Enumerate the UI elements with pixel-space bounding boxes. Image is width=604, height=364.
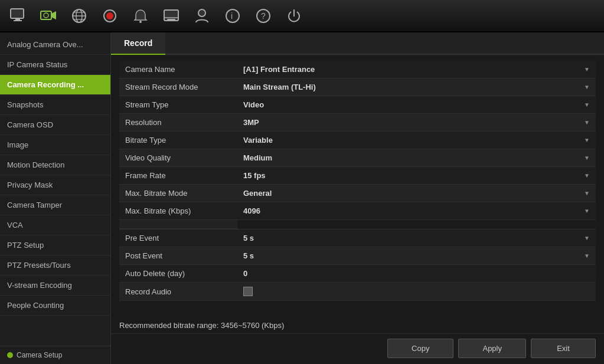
field-value-cell[interactable]: [A1] Front Entrance ▼: [237, 61, 596, 78]
separator-row: [119, 220, 596, 229]
display-icon[interactable]: [159, 4, 183, 28]
table-row: Max. Bitrate (Kbps) 4096 ▼: [119, 202, 596, 220]
settings-area: Camera Name [A1] Front Entrance ▼ Stream…: [111, 55, 604, 315]
field-label: Stream Record Mode: [119, 78, 237, 96]
table-row: Record Audio: [119, 283, 596, 301]
max-bitrate-value: 4096: [243, 206, 260, 215]
main-layout: Analog Camera Ove... IP Camera Status Ca…: [0, 32, 604, 364]
field-label: Max. Bitrate (Kbps): [119, 202, 237, 220]
field-label: Max. Bitrate Mode: [119, 185, 237, 202]
network-icon[interactable]: [67, 4, 91, 28]
field-value-cell[interactable]: 15 fps ▼: [237, 167, 596, 184]
frame-rate-value: 15 fps: [243, 171, 266, 180]
sidebar-footer-label: Camera Setup: [17, 351, 62, 359]
svg-rect-2: [14, 20, 22, 21]
resolution-value: 3MP: [243, 118, 259, 127]
chevron-down-icon: ▼: [584, 137, 590, 143]
sidebar-item-motion-detection[interactable]: Motion Detection: [0, 155, 110, 175]
table-row: Frame Rate 15 fps ▼: [119, 167, 596, 185]
table-row: Video Quality Medium ▼: [119, 149, 596, 167]
exit-button[interactable]: Exit: [531, 339, 596, 358]
field-value-cell[interactable]: 3MP ▼: [237, 114, 596, 131]
bitrate-info: Recommended bitrate range: 3456~5760 (Kb…: [111, 315, 604, 333]
sidebar-item-ip-camera[interactable]: IP Camera Status: [0, 55, 110, 75]
power-icon[interactable]: [282, 4, 306, 28]
apply-button[interactable]: Apply: [458, 339, 526, 358]
field-label: Bitrate Type: [119, 132, 237, 149]
svg-text:?: ?: [261, 11, 266, 21]
field-value-cell[interactable]: Video ▼: [237, 96, 596, 113]
user-icon[interactable]: [190, 4, 214, 28]
sidebar-item-vca[interactable]: VCA: [0, 215, 110, 235]
field-label: Pre Event: [119, 229, 237, 247]
video-quality-value: Medium: [243, 153, 272, 162]
sidebar-item-camera-osd[interactable]: Camera OSD: [0, 115, 110, 135]
table-row: Pre Event 5 s ▼: [119, 229, 596, 247]
record-icon[interactable]: [98, 4, 122, 28]
copy-button[interactable]: Copy: [387, 339, 453, 358]
bottom-bar: Copy Apply Exit: [111, 333, 604, 364]
sidebar-item-analog-camera[interactable]: Analog Camera Ove...: [0, 35, 110, 55]
field-label: Resolution: [119, 114, 237, 132]
table-row: Bitrate Type Variable ▼: [119, 132, 596, 149]
field-label: Stream Type: [119, 96, 237, 114]
field-value-cell[interactable]: General ▼: [237, 185, 596, 202]
sidebar-item-ptz-setup[interactable]: PTZ Setup: [0, 235, 110, 255]
field-value-cell[interactable]: 4096 ▼: [237, 202, 596, 219]
post-event-value: 5 s: [243, 251, 254, 260]
chevron-down-icon: ▼: [584, 190, 590, 196]
field-label: Auto Delete (day): [119, 265, 237, 283]
record-audio-checkbox[interactable]: [243, 287, 253, 296]
camera-icon[interactable]: [37, 4, 60, 28]
chevron-down-icon: ▼: [584, 66, 590, 73]
sidebar-item-vstream[interactable]: V-stream Encoding: [0, 276, 110, 296]
sidebar-item-snapshots[interactable]: Snapshots: [0, 95, 110, 115]
field-label: Frame Rate: [119, 167, 237, 185]
table-row: Stream Type Video ▼: [119, 96, 596, 114]
field-value-cell[interactable]: [237, 283, 596, 300]
settings-table: Camera Name [A1] Front Entrance ▼ Stream…: [119, 61, 596, 301]
svg-text:i: i: [231, 11, 233, 21]
auto-delete-value: 0: [243, 269, 247, 278]
field-value-cell[interactable]: Main Stream (TL-Hi) ▼: [237, 78, 596, 96]
help-icon[interactable]: ?: [252, 4, 275, 28]
sidebar-item-people-counting[interactable]: People Counting: [0, 296, 110, 316]
chevron-down-icon: ▼: [584, 252, 590, 259]
sidebar-item-camera-tamper[interactable]: Camera Tamper: [0, 195, 110, 215]
alarm-icon[interactable]: [129, 4, 152, 28]
sidebar-item-camera-recording[interactable]: Camera Recording ...: [0, 75, 110, 95]
table-row: Max. Bitrate Mode General ▼: [119, 185, 596, 202]
svg-rect-1: [15, 18, 20, 20]
svg-rect-3: [41, 11, 51, 19]
sidebar-item-image[interactable]: Image: [0, 135, 110, 155]
field-label: Post Event: [119, 247, 237, 265]
svg-rect-16: [167, 19, 175, 21]
table-row: Resolution 3MP ▼: [119, 114, 596, 132]
field-value-cell[interactable]: Medium ▼: [237, 149, 596, 166]
bitrate-type-value: Variable: [243, 136, 273, 145]
sidebar: Analog Camera Ove... IP Camera Status Ca…: [0, 32, 111, 364]
svg-point-17: [198, 9, 205, 17]
sidebar-footer: Camera Setup: [0, 346, 110, 364]
chevron-down-icon: ▼: [584, 172, 590, 179]
info-icon[interactable]: i: [221, 4, 244, 28]
record-tab[interactable]: Record: [111, 32, 165, 55]
field-value-cell[interactable]: Variable ▼: [237, 132, 596, 149]
field-label: Video Quality: [119, 149, 237, 167]
camera-name-value: [A1] Front Entrance: [243, 65, 315, 74]
max-bitrate-mode-value: General: [243, 189, 272, 198]
field-value-cell: 0: [237, 265, 596, 282]
stream-type-value: Video: [243, 100, 264, 109]
chevron-down-icon: ▼: [584, 84, 590, 90]
field-value-cell[interactable]: 5 s ▼: [237, 247, 596, 264]
table-row: Auto Delete (day) 0: [119, 265, 596, 283]
chevron-down-icon: ▼: [584, 235, 590, 241]
field-value-cell[interactable]: 5 s ▼: [237, 229, 596, 247]
sidebar-item-privacy-mask[interactable]: Privacy Mask: [0, 175, 110, 195]
content-area: Record Camera Name [A1] Front Entrance ▼: [111, 32, 604, 364]
monitor-icon[interactable]: [6, 4, 30, 28]
chevron-down-icon: ▼: [584, 208, 590, 214]
table-row: Post Event 5 s ▼: [119, 247, 596, 265]
stream-record-mode-value: Main Stream (TL-Hi): [243, 83, 316, 91]
sidebar-item-ptz-presets[interactable]: PTZ Presets/Tours: [0, 255, 110, 276]
